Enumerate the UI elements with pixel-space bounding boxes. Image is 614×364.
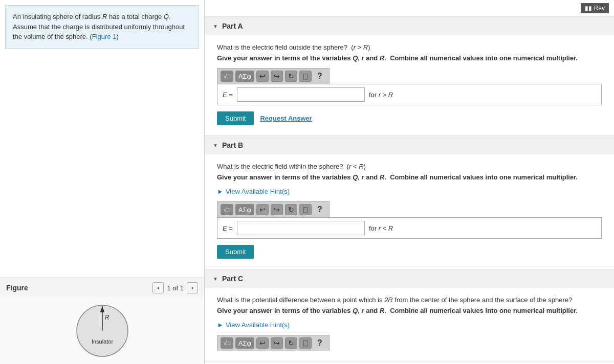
part-b-suffix: for r < R bbox=[369, 224, 393, 232]
redo-button-c[interactable]: ↪ bbox=[271, 337, 283, 349]
part-a-request-answer[interactable]: Request Answer bbox=[260, 115, 312, 122]
greek-button-b[interactable]: ΑΣφ bbox=[235, 204, 254, 215]
refresh-button-a[interactable]: ↻ bbox=[285, 71, 297, 82]
part-b-toolbar: √□ ΑΣφ ↩ ↪ ↻ ⎕ ? bbox=[217, 201, 330, 217]
figure-header: Figure ‹ 1 of 1 › bbox=[0, 278, 204, 298]
problem-statement: An insulating sphere of radius R has a t… bbox=[5, 5, 199, 49]
greek-button-a[interactable]: ΑΣφ bbox=[235, 71, 254, 82]
part-b-section: ▼ Part B What is the electric field with… bbox=[205, 136, 614, 269]
review-label: Rev bbox=[594, 5, 605, 12]
part-b-label: Part B bbox=[222, 141, 243, 149]
part-c-question: What is the potential difference between… bbox=[217, 296, 602, 304]
sqrt-button-a[interactable]: √□ bbox=[221, 71, 233, 82]
hint-label-b: View Available Hint(s) bbox=[226, 188, 290, 195]
hint-label-c: View Available Hint(s) bbox=[226, 321, 290, 329]
keyboard-button-b[interactable]: ⎕ bbox=[299, 204, 312, 215]
sqrt-button-b[interactable]: √□ bbox=[221, 204, 233, 215]
figure-page: 1 of 1 bbox=[167, 284, 184, 292]
review-icon: ▮▮ bbox=[585, 5, 592, 12]
part-c-toolbar: √□ ΑΣφ ↩ ↪ ↻ ⎕ ? bbox=[217, 335, 330, 351]
part-a-content: What is the electric field outside the s… bbox=[205, 35, 614, 135]
part-c-header[interactable]: ▼ Part C bbox=[205, 269, 614, 288]
part-b-submit[interactable]: Submit bbox=[217, 245, 254, 259]
part-b-arrow: ▼ bbox=[213, 143, 218, 148]
hint-arrow-b: ► bbox=[217, 188, 224, 195]
help-button-b[interactable]: ? bbox=[314, 204, 326, 215]
sqrt-button-c[interactable]: √□ bbox=[221, 337, 233, 349]
undo-button-c[interactable]: ↩ bbox=[256, 337, 269, 349]
part-a-suffix: for r > R bbox=[369, 91, 393, 99]
part-b-question: What is the electric field within the sp… bbox=[217, 163, 602, 170]
redo-button-b[interactable]: ↪ bbox=[271, 204, 283, 215]
refresh-button-b[interactable]: ↻ bbox=[285, 204, 297, 215]
part-a-header[interactable]: ▼ Part A bbox=[205, 17, 614, 35]
part-a-input[interactable] bbox=[237, 87, 365, 102]
part-b-hint-link[interactable]: ► View Available Hint(s) bbox=[217, 188, 290, 195]
part-b-input[interactable] bbox=[237, 221, 365, 235]
sphere-diagram: R Insulator bbox=[51, 300, 154, 361]
part-a-actions: Submit Request Answer bbox=[217, 111, 602, 125]
part-b-instruction: Give your answer in terms of the variabl… bbox=[217, 173, 602, 181]
hint-arrow-c: ► bbox=[217, 321, 224, 329]
part-a-answer-label: E = bbox=[223, 91, 233, 99]
part-a-section: ▼ Part A What is the electric field outs… bbox=[205, 17, 614, 136]
part-c-hint-link[interactable]: ► View Available Hint(s) bbox=[217, 321, 290, 329]
figure-link[interactable]: Figure 1 bbox=[92, 33, 117, 40]
part-b-actions: Submit bbox=[217, 245, 602, 259]
part-c-instruction: Give your answer in terms of the variabl… bbox=[217, 307, 602, 314]
part-c-content: What is the potential difference between… bbox=[205, 288, 614, 361]
part-c-label: Part C bbox=[222, 275, 243, 283]
right-panel: ▮▮ Rev ▼ Part A What is the electric fie… bbox=[205, 0, 614, 364]
part-a-instruction: Give your answer in terms of the variabl… bbox=[217, 54, 602, 62]
left-panel: An insulating sphere of radius R has a t… bbox=[0, 0, 205, 364]
svg-text:R: R bbox=[105, 314, 109, 321]
figure-prev-button[interactable]: ‹ bbox=[152, 282, 164, 293]
figure-canvas: R Insulator bbox=[0, 298, 204, 364]
part-b-header[interactable]: ▼ Part B bbox=[205, 136, 614, 154]
undo-button-a[interactable]: ↩ bbox=[256, 71, 269, 82]
keyboard-button-c[interactable]: ⎕ bbox=[299, 337, 312, 349]
greek-button-c[interactable]: ΑΣφ bbox=[235, 337, 254, 349]
part-a-toolbar: √□ ΑΣφ ↩ ↪ ↻ ​⎕ ? bbox=[217, 68, 330, 84]
figure-title: Figure bbox=[6, 284, 28, 292]
redo-button-a[interactable]: ↪ bbox=[271, 71, 283, 82]
svg-text:Insulator: Insulator bbox=[91, 338, 113, 345]
help-button-c[interactable]: ? bbox=[314, 337, 326, 349]
part-b-content: What is the electric field within the sp… bbox=[205, 154, 614, 269]
part-a-arrow: ▼ bbox=[213, 24, 218, 29]
undo-button-b[interactable]: ↩ bbox=[256, 204, 269, 215]
keyboard-button-a[interactable]: ​⎕ bbox=[299, 71, 312, 82]
review-button[interactable]: ▮▮ Rev bbox=[581, 3, 609, 13]
figure-section: Figure ‹ 1 of 1 › R In bbox=[0, 278, 204, 364]
part-c-arrow: ▼ bbox=[213, 276, 218, 282]
part-a-label: Part A bbox=[222, 22, 243, 30]
help-button-a[interactable]: ? bbox=[314, 71, 326, 82]
part-a-question: What is the electric field outside the s… bbox=[217, 43, 602, 51]
refresh-button-c[interactable]: ↻ bbox=[285, 337, 297, 349]
part-a-submit[interactable]: Submit bbox=[217, 111, 254, 125]
part-b-answer-row: E = for r < R bbox=[217, 217, 602, 239]
part-b-answer-label: E = bbox=[223, 224, 233, 232]
top-bar: ▮▮ Rev bbox=[205, 0, 614, 17]
part-a-answer-row: E = for r > R bbox=[217, 84, 602, 105]
part-c-section: ▼ Part C What is the potential differenc… bbox=[205, 269, 614, 361]
figure-nav: ‹ 1 of 1 › bbox=[152, 282, 198, 293]
figure-next-button[interactable]: › bbox=[187, 282, 198, 293]
